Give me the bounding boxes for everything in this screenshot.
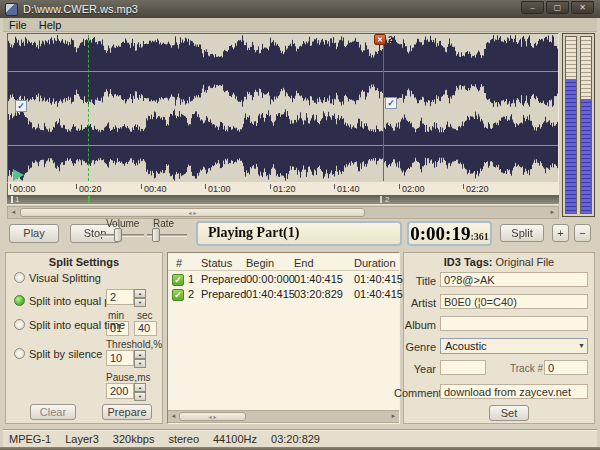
genre-label: Genre	[404, 341, 436, 353]
id3-panel-title: ID3 Tags: Original File	[404, 256, 594, 268]
spin-up-icon[interactable]: ▲	[134, 289, 146, 298]
play-button[interactable]: Play	[9, 224, 59, 243]
album-label: Album	[404, 319, 436, 331]
ruler-label: 01:40	[334, 184, 360, 194]
title-bar[interactable]: D:\www.CWER.ws.mp3 – ▢ ✕	[0, 0, 600, 18]
rate-slider-thumb[interactable]	[152, 228, 160, 242]
pause-stepper[interactable]: 200 ▲▼	[106, 383, 146, 399]
cell-num: 1	[188, 273, 194, 285]
split-marker-number: 2	[388, 34, 393, 44]
time-milliseconds: :361	[470, 231, 488, 242]
waveform-scroll-thumb[interactable]: ◄►	[20, 208, 365, 217]
zoom-out-button[interactable]: −	[574, 224, 591, 242]
pause-value[interactable]: 200	[106, 383, 134, 399]
ruler-label: 00:00	[10, 184, 36, 194]
split-point-check-icon[interactable]: ✓	[385, 97, 397, 109]
parts-position-strip[interactable]: 1 2	[7, 195, 559, 205]
scroll-left-icon[interactable]: ◄	[168, 411, 179, 422]
maximize-button[interactable]: ▢	[546, 1, 569, 14]
waveform-canvas[interactable]	[8, 34, 558, 182]
radio-visual-splitting[interactable]	[14, 272, 25, 283]
playback-start-marker[interactable]	[13, 169, 24, 181]
col-header-status[interactable]: Status	[201, 257, 232, 269]
genre-value: Acoustic	[445, 340, 487, 352]
pause-label: Pause,ms	[106, 372, 150, 383]
ruler-label: 02:00	[399, 184, 425, 194]
spin-up-icon[interactable]: ▲	[134, 350, 146, 359]
threshold-stepper[interactable]: 10 ▲▼	[106, 350, 146, 366]
artist-field[interactable]	[440, 294, 588, 309]
cell-duration: 01:40:415	[354, 288, 403, 300]
cell-end: 01:40:415	[294, 273, 343, 285]
cell-duration: 01:40:415	[354, 273, 403, 285]
time-display: 0:00:19:361	[407, 221, 492, 246]
part-number-2: 2	[385, 195, 389, 205]
ruler-label: 00:40	[141, 184, 167, 194]
sec-label: sec	[137, 310, 153, 321]
title-field[interactable]	[440, 272, 588, 287]
parts-table-header[interactable]: # Status Begin End Duration	[168, 255, 399, 271]
cell-begin: 01:40:415	[246, 288, 295, 300]
scroll-right-icon[interactable]: ►	[547, 207, 558, 218]
radio-split-equal-parts[interactable]	[14, 295, 25, 306]
waveform-scrollbar[interactable]: ◄ ◄► ►	[7, 206, 559, 219]
playback-position-tick	[88, 196, 90, 203]
split-point-line[interactable]	[383, 35, 384, 181]
parts-count-value[interactable]: 2	[106, 289, 134, 305]
row-checkbox[interactable]: ✓	[172, 289, 184, 301]
row-checkbox[interactable]: ✓	[172, 274, 184, 286]
scroll-left-icon[interactable]: ◄	[8, 207, 19, 218]
app-window: D:\www.CWER.ws.mp3 – ▢ ✕ File Help ✕ 2 ✓…	[0, 0, 600, 450]
comment-field[interactable]	[440, 384, 588, 399]
split-settings-panel: Split Settings Visual Splitting Split in…	[5, 252, 163, 424]
dropdown-arrow-icon[interactable]: ▼	[578, 342, 585, 349]
close-button[interactable]: ✕	[571, 1, 594, 14]
col-header-end[interactable]: End	[294, 257, 314, 269]
scroll-right-icon[interactable]: ►	[388, 411, 399, 422]
split-button[interactable]: Split	[500, 224, 544, 242]
col-header-num[interactable]: #	[176, 257, 182, 269]
split-point-tick	[380, 196, 382, 203]
status-bitrate: 320kbps	[113, 433, 155, 445]
radio-split-by-silence[interactable]	[14, 348, 25, 359]
col-header-duration[interactable]: Duration	[354, 257, 396, 269]
parts-count-stepper[interactable]: 2 ▲▼	[106, 289, 146, 305]
level-meter-right-channel	[580, 36, 592, 214]
spin-up-icon[interactable]: ▲	[134, 383, 146, 392]
ruler-label: 01:20	[270, 184, 296, 194]
spin-down-icon[interactable]: ▼	[134, 392, 146, 401]
genre-dropdown[interactable]: Acoustic ▼	[440, 338, 588, 354]
parts-table: # Status Begin End Duration ✓ 1 Prepared…	[167, 252, 400, 424]
zoom-in-button[interactable]: +	[552, 224, 569, 242]
threshold-value[interactable]: 10	[106, 350, 134, 366]
table-row[interactable]: ✓ 1 Prepared 00:00:000 01:40:415 01:40:4…	[168, 273, 399, 288]
seconds-field[interactable]: 40	[134, 321, 157, 336]
set-button[interactable]: Set	[489, 405, 529, 421]
track-label: Track #	[510, 363, 543, 374]
cell-end: 03:20:829	[294, 288, 343, 300]
split-marker-delete-icon[interactable]: ✕	[374, 34, 386, 45]
table-scroll-thumb[interactable]: ◄►	[179, 412, 246, 421]
col-header-begin[interactable]: Begin	[246, 257, 274, 269]
menu-file[interactable]: File	[3, 19, 33, 31]
playback-position-line	[88, 35, 89, 181]
table-row[interactable]: ✓ 2 Prepared 01:40:415 03:20:829 01:40:4…	[168, 288, 399, 303]
spin-down-icon[interactable]: ▼	[134, 359, 146, 368]
table-scrollbar[interactable]: ◄ ◄► ►	[168, 410, 399, 423]
part-number-1: 1	[15, 195, 19, 205]
radio-split-equal-time[interactable]	[14, 319, 25, 330]
spin-down-icon[interactable]: ▼	[134, 298, 146, 307]
menu-help[interactable]: Help	[33, 19, 68, 31]
waveform-display[interactable]	[7, 33, 559, 183]
volume-slider-track[interactable]	[100, 234, 144, 237]
clear-button[interactable]: Clear	[30, 404, 76, 420]
track-field[interactable]	[544, 360, 588, 375]
prepare-button[interactable]: Prepare	[102, 404, 152, 420]
window-title: D:\www.CWER.ws.mp3	[23, 3, 138, 15]
album-field[interactable]	[440, 316, 588, 331]
volume-slider-thumb[interactable]	[114, 228, 122, 242]
minimize-button[interactable]: –	[521, 1, 544, 14]
year-field[interactable]	[440, 360, 486, 375]
status-format: MPEG-1	[9, 433, 51, 445]
split-start-check-icon[interactable]: ✓	[15, 100, 27, 112]
